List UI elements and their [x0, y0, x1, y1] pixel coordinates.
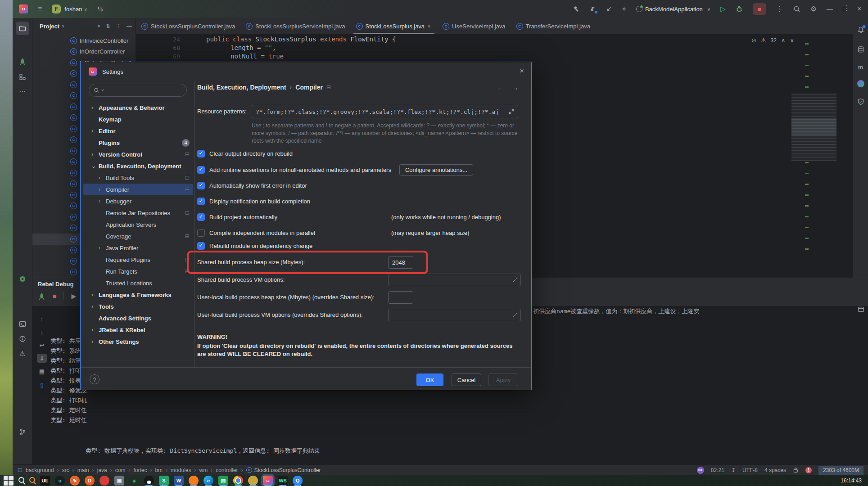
- breadcrumb-part[interactable]: Build, Execution, Deployment: [197, 84, 286, 91]
- nx-plugin-icon[interactable]: NX: [697, 467, 704, 474]
- taskbar-app-icon[interactable]: ▣: [114, 476, 124, 486]
- taskbar-app-icon[interactable]: WS: [278, 476, 288, 486]
- breadcrumb-item[interactable]: controller: [216, 467, 246, 473]
- git-tool-icon[interactable]: [16, 425, 29, 439]
- help-button[interactable]: ?: [90, 374, 99, 384]
- resume-icon[interactable]: ▶: [71, 293, 76, 299]
- taskbar-app-icon[interactable]: [99, 476, 109, 486]
- problems-warning-icon[interactable]: ⚠: [16, 347, 29, 360]
- settings-tree-item[interactable]: › Tools: [83, 301, 193, 312]
- project-avatar[interactable]: F: [52, 4, 61, 14]
- console-split-icon[interactable]: [858, 306, 864, 313]
- run-button[interactable]: ▷: [720, 5, 726, 13]
- taskbar-app-icon[interactable]: [233, 476, 243, 486]
- ai-assistant-icon[interactable]: [857, 80, 864, 87]
- taskbar-app-icon[interactable]: u: [55, 476, 65, 486]
- breadcrumb-item[interactable]: bm: [155, 467, 171, 473]
- project-chevron-icon[interactable]: ∨: [84, 7, 87, 12]
- maven-tool-icon[interactable]: m: [858, 64, 863, 71]
- indent-setting[interactable]: 4 spaces: [764, 467, 786, 473]
- taskbar-app-icon[interactable]: W: [174, 476, 184, 486]
- more-actions-icon[interactable]: ⋮: [776, 5, 783, 13]
- debug-tab-label[interactable]: Rebel Debug: [38, 281, 73, 288]
- caret-position[interactable]: 82:21: [711, 467, 724, 473]
- search-everywhere-icon[interactable]: [793, 5, 800, 13]
- locate-file-icon[interactable]: ⌖: [97, 23, 100, 29]
- project-tool-icon[interactable]: [16, 22, 29, 35]
- problems-info-icon[interactable]: [16, 332, 29, 346]
- editor-tab[interactable]: C TransferServiceImpl.java: [511, 18, 596, 34]
- settings-tree-item[interactable]: Keymap: [83, 113, 193, 125]
- debug-button[interactable]: [736, 5, 743, 13]
- checkbox[interactable]: [197, 150, 205, 158]
- taskbar-app-icon[interactable]: S: [159, 476, 169, 486]
- settings-tree-item[interactable]: › Build Tools ⊟: [83, 172, 193, 184]
- settings-tree-item[interactable]: › Compiler ⊟: [83, 184, 193, 195]
- highlighting-off-icon[interactable]: ⊘: [751, 37, 756, 44]
- checkbox[interactable]: [197, 166, 205, 174]
- scroll-down-icon[interactable]: ↓: [37, 328, 47, 337]
- expand-field-icon[interactable]: [512, 312, 518, 318]
- hide-panel-icon[interactable]: —: [127, 23, 132, 29]
- editor-tab[interactable]: C StockLossSurplus.java ×: [351, 18, 438, 34]
- stop-process-icon[interactable]: ■: [53, 293, 56, 299]
- settings-tree-item[interactable]: Trusted Locations: [83, 277, 193, 289]
- checkbox[interactable]: [197, 242, 205, 250]
- profiler-arrow-icon[interactable]: ↙: [606, 5, 612, 13]
- notifications-bell-icon[interactable]: [857, 26, 864, 34]
- rerun-rocket-icon[interactable]: [38, 292, 45, 300]
- jrebel-run-icon[interactable]: [589, 5, 597, 13]
- stop-button[interactable]: ■: [753, 3, 766, 15]
- settings-tree-item[interactable]: › Other Settings: [83, 336, 193, 347]
- user-vm-field[interactable]: [388, 309, 521, 321]
- taskbar-app-icon[interactable]: [18, 477, 24, 483]
- taskbar-app-icon[interactable]: [248, 476, 258, 486]
- user-vm-input[interactable]: [391, 312, 512, 319]
- prev-problem-icon[interactable]: ∧: [781, 37, 786, 44]
- editor-tab[interactable]: C StockLossSurplusController.java: [136, 18, 240, 34]
- taskbar-app-icon[interactable]: [144, 476, 154, 486]
- breadcrumb-item[interactable]: com: [115, 467, 134, 473]
- editor-minimap[interactable]: [788, 40, 836, 274]
- settings-tree-item[interactable]: › Version Control ⊟: [83, 148, 193, 160]
- resource-patterns-input[interactable]: [256, 108, 509, 115]
- soft-wrap-icon[interactable]: ↩: [37, 341, 47, 350]
- more-tools-icon[interactable]: ⋯: [16, 85, 29, 98]
- taskbar-app-icon[interactable]: O: [85, 476, 95, 486]
- settings-search-box[interactable]: ∨: [89, 84, 187, 97]
- search-options-chevron-icon[interactable]: ∨: [101, 88, 104, 92]
- tabs-more-icon[interactable]: ⋮: [843, 0, 850, 16]
- tab-close-icon[interactable]: ×: [427, 23, 432, 30]
- taskbar-app-icon[interactable]: [189, 476, 199, 486]
- main-menu-icon[interactable]: ≡: [38, 5, 42, 13]
- taskbar-app-icon[interactable]: [29, 477, 35, 483]
- settings-search-input[interactable]: [106, 87, 173, 94]
- structure-tool-icon[interactable]: [16, 70, 29, 84]
- window-minimize-button[interactable]: —: [827, 5, 833, 13]
- settings-tree-item[interactable]: Advanced Settings: [83, 312, 193, 324]
- breadcrumb-item[interactable]: wm: [199, 467, 216, 473]
- file-encoding[interactable]: UTF-8: [742, 467, 758, 473]
- line-separator-icon[interactable]: ↧: [731, 467, 736, 473]
- breadcrumb-part[interactable]: Compiler: [295, 84, 323, 91]
- taskbar-app-icon[interactable]: Q: [293, 476, 303, 486]
- project-name[interactable]: foshan: [64, 6, 82, 13]
- jrebel-tool-icon[interactable]: [16, 55, 29, 68]
- taskbar-app-icon[interactable]: ✎: [70, 476, 80, 486]
- settings-tree-item[interactable]: Application Servers: [83, 219, 193, 230]
- checkbox[interactable]: [197, 229, 205, 237]
- vcs-update-icon[interactable]: ⇆: [97, 5, 103, 13]
- taskbar-app-icon[interactable]: e: [203, 476, 213, 486]
- back-icon[interactable]: ←: [497, 84, 504, 91]
- shared-vm-field[interactable]: [388, 274, 521, 286]
- project-tree-row[interactable]: C InOrderController: [32, 46, 136, 58]
- scroll-to-end-icon[interactable]: ⇓: [37, 354, 47, 363]
- editor-tab[interactable]: C UseServiceImpl.java: [437, 18, 511, 34]
- checkbox[interactable]: [197, 182, 205, 189]
- debugger-plugin-icon[interactable]: [16, 272, 29, 286]
- project-tree-row[interactable]: C InInvoiceController: [32, 35, 136, 46]
- settings-tree-item[interactable]: ⌄ Build, Execution, Deployment: [83, 160, 193, 172]
- settings-gear-icon[interactable]: ⚙: [810, 5, 817, 13]
- checkbox[interactable]: [197, 198, 205, 205]
- run-configuration-selector[interactable]: BackModelApplication ∨: [636, 6, 710, 13]
